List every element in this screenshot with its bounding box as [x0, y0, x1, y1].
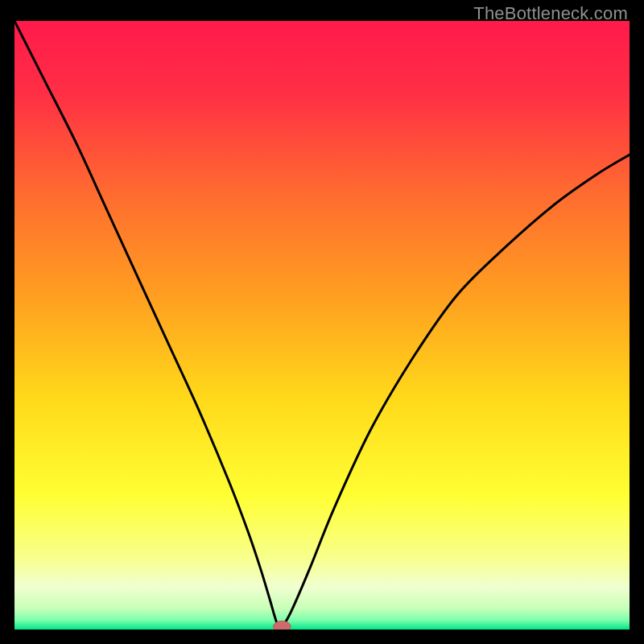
optimal-point-marker — [274, 621, 291, 630]
chart-frame — [14, 21, 630, 630]
bottleneck-chart — [14, 21, 630, 630]
